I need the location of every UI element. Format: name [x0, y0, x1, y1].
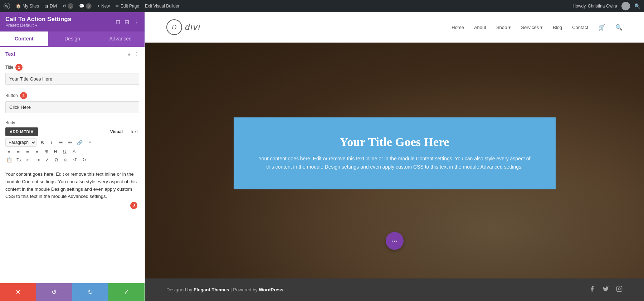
expand-icon[interactable]: ⊡: [116, 19, 120, 25]
save-button[interactable]: ✓: [108, 283, 145, 301]
admin-bar-right: Howdy, Christina Gwira 🔍: [573, 2, 640, 10]
comments-icon: 💬: [79, 4, 84, 9]
strikethrough-button[interactable]: S: [52, 148, 59, 155]
editor-body-content[interactable]: Your content goes here. Edit or remove t…: [0, 167, 145, 213]
unordered-list-button[interactable]: ☰: [57, 139, 64, 146]
settings-panel-title: Call To Action Settings: [5, 16, 71, 23]
logo-icon: D: [166, 19, 182, 35]
updates-icon: ↺: [63, 4, 66, 9]
site-logo: D divi: [166, 19, 201, 35]
section-more-icon[interactable]: ⋮: [134, 51, 139, 57]
button-label: Button 2: [5, 92, 139, 99]
button-input[interactable]: [5, 101, 139, 113]
admin-bar-updates[interactable]: ↺ 3: [63, 3, 73, 9]
italic-button[interactable]: I: [48, 139, 55, 146]
clear-format-button[interactable]: Tx: [15, 156, 23, 163]
redo-editor-button[interactable]: ↻: [80, 156, 88, 163]
add-media-button[interactable]: ADD MEDIA: [5, 127, 38, 136]
fullscreen-button[interactable]: ⤢: [43, 156, 50, 163]
footer-social: [589, 286, 623, 294]
preset-selector[interactable]: Preset: Default ▾: [5, 23, 71, 28]
align-center-button[interactable]: ≡: [15, 148, 22, 155]
indent-less-button[interactable]: ⇤: [25, 156, 32, 163]
instagram-icon[interactable]: [616, 286, 623, 294]
body-label: Body: [0, 117, 145, 127]
logo-text: divi: [185, 22, 201, 32]
link-button[interactable]: 🔗: [76, 139, 84, 146]
cta-body: Your content goes here. Edit or remove t…: [259, 155, 531, 172]
step3-badge: 3: [130, 202, 137, 209]
underline-button[interactable]: U: [61, 148, 68, 155]
text-tab[interactable]: Text: [128, 128, 139, 135]
columns-icon[interactable]: ⊞: [125, 19, 129, 25]
tab-content[interactable]: Content: [0, 31, 48, 47]
bold-button[interactable]: B: [39, 139, 46, 146]
admin-bar-comments[interactable]: 💬 0: [79, 3, 92, 9]
more-options-icon[interactable]: ⋮: [133, 19, 139, 25]
settings-content: Text ▲ ⋮ Title 1 Button 2: [0, 47, 145, 283]
shop-chevron-icon: ▾: [508, 25, 511, 30]
cancel-button[interactable]: ✕: [0, 283, 36, 301]
nav-home[interactable]: Home: [452, 25, 464, 30]
nav-services[interactable]: Services ▾: [521, 25, 543, 30]
admin-bar-edit-page[interactable]: ✏ Edit Page: [116, 4, 139, 9]
editor-top-row: ADD MEDIA Visual Text: [5, 127, 139, 136]
floating-dots-icon: ···: [391, 236, 397, 246]
align-left-button[interactable]: ≡: [5, 148, 13, 155]
redo-button[interactable]: ↻: [72, 283, 108, 301]
search-icon[interactable]: 🔍: [615, 24, 623, 31]
admin-bar-mysites[interactable]: 🏠 My Sites: [16, 4, 39, 9]
special-chars-button[interactable]: Ω: [53, 156, 60, 163]
site-footer: Designed by Elegant Themes | Powered by …: [145, 278, 644, 301]
justify-button[interactable]: ≡: [33, 148, 40, 155]
tab-design[interactable]: Design: [48, 31, 97, 47]
comments-count: 0: [86, 3, 92, 9]
title-label: Title 1: [5, 64, 139, 71]
visual-tab[interactable]: Visual: [109, 128, 124, 135]
twitter-icon[interactable]: [602, 286, 609, 294]
text-color-button[interactable]: A: [70, 148, 78, 155]
updates-count: 3: [68, 3, 73, 9]
undo-editor-button[interactable]: ↺: [71, 156, 78, 163]
nav-blog[interactable]: Blog: [553, 25, 562, 30]
blockquote-button[interactable]: ❝: [86, 139, 93, 146]
emoji-button[interactable]: ☺: [62, 156, 69, 163]
editor-toolbar: ADD MEDIA Visual Text Paragraph B I ☰ ☷ …: [0, 127, 145, 167]
settings-header-right: ⊡ ⊞ ⋮: [116, 19, 139, 25]
undo-button[interactable]: ↺: [36, 283, 72, 301]
svg-rect-2: [617, 286, 622, 292]
section-controls: ▲ ⋮: [127, 51, 139, 57]
nav-about[interactable]: About: [474, 25, 486, 30]
wp-admin-bar: W 🏠 My Sites ◑ Divi ↺ 3 💬 0 + New ✏ Edit…: [0, 0, 644, 12]
indent-more-button[interactable]: ⇥: [34, 156, 41, 163]
section-title: Text: [5, 51, 15, 57]
text-section-header: Text ▲ ⋮: [0, 47, 145, 60]
facebook-icon[interactable]: [589, 286, 595, 294]
tab-advanced[interactable]: Advanced: [96, 31, 145, 47]
title-input[interactable]: [5, 73, 139, 85]
floating-action-button[interactable]: ···: [386, 232, 404, 250]
nav-contact[interactable]: Contact: [572, 25, 588, 30]
collapse-chevron-icon[interactable]: ▲: [127, 52, 131, 57]
admin-bar-divi[interactable]: ◑ Divi: [45, 4, 57, 9]
wp-logo-icon[interactable]: W: [4, 3, 10, 9]
admin-bar-exit-builder[interactable]: Exit Visual Builder: [145, 4, 180, 9]
paste-text-button[interactable]: 📋: [5, 156, 13, 163]
nav-shop[interactable]: Shop ▾: [496, 25, 511, 30]
admin-bar-new[interactable]: + New: [97, 4, 110, 9]
paragraph-select[interactable]: Paragraph: [5, 138, 36, 147]
preview-area: D divi Home About Shop ▾ Services ▾: [145, 12, 644, 301]
settings-tabs: Content Design Advanced: [0, 31, 145, 47]
cta-title: Your Title Goes Here: [255, 135, 534, 149]
search-icon[interactable]: 🔍: [634, 3, 640, 9]
align-right-button[interactable]: ≡: [24, 148, 31, 155]
cta-module[interactable]: Your Title Goes Here Your content goes h…: [234, 117, 556, 190]
user-avatar: [621, 2, 630, 10]
cart-icon[interactable]: 🛒: [598, 24, 605, 31]
home-icon: 🏠: [16, 4, 21, 9]
settings-header-left: Call To Action Settings Preset: Default …: [5, 16, 71, 28]
hero-section: Your Title Goes Here Your content goes h…: [145, 43, 644, 278]
services-chevron-icon: ▾: [540, 25, 543, 30]
ordered-list-button[interactable]: ☷: [67, 139, 74, 146]
table-button[interactable]: ⊞: [43, 148, 50, 155]
